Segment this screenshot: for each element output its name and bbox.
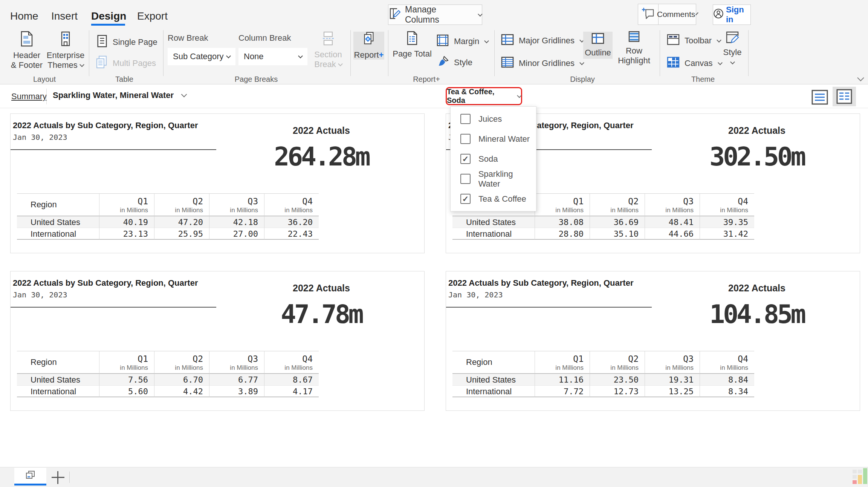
single-page-label: Single Page xyxy=(113,37,157,47)
add-page-icon[interactable] xyxy=(52,471,64,484)
menu-home[interactable]: Home xyxy=(10,10,38,22)
single-column-view-button[interactable] xyxy=(811,90,828,106)
checkbox[interactable] xyxy=(460,134,471,144)
chevron-down-icon xyxy=(517,93,522,98)
page-tab-active[interactable] xyxy=(14,468,46,484)
toolbar-divider xyxy=(46,89,47,104)
column-header-q3: Q3in Millions xyxy=(645,351,700,374)
toolbar-icon xyxy=(667,34,680,47)
row-break-select[interactable]: Sub Category xyxy=(168,48,235,65)
summary-link[interactable]: Summary xyxy=(11,92,47,101)
column-header-q1: Q1in Millions xyxy=(99,351,154,374)
style-button[interactable]: Style xyxy=(437,55,472,70)
manage-columns-button[interactable]: Manage Columns xyxy=(388,5,482,25)
row-label: United States xyxy=(17,374,99,386)
card-title: 2022 Actuals by Sub Category, Region, Qu… xyxy=(13,278,198,288)
row-highlight-label: Row xyxy=(626,46,642,56)
cell-value: 36.20 xyxy=(264,216,319,228)
cell-value: 31.42 xyxy=(700,228,754,240)
highlighted-filter-label: Tea & Coffee, Soda xyxy=(447,87,513,105)
major-gridlines-button[interactable]: Major Gridlines xyxy=(501,34,584,47)
cell-value: 5.60 xyxy=(99,386,154,397)
cell-value: 8.67 xyxy=(264,374,319,386)
two-column-view-button[interactable] xyxy=(833,87,856,106)
multi-pages-icon xyxy=(95,55,108,72)
page-total-button[interactable]: Page Total xyxy=(393,31,432,59)
kpi-value: 104.85m xyxy=(653,299,860,329)
column-header-q1: Q1in Millions xyxy=(99,194,154,216)
cell-value: 25.95 xyxy=(154,228,209,240)
kpi-label: 2022 Actuals xyxy=(653,283,860,294)
cell-value: 39.35 xyxy=(700,216,754,228)
dropdown-item-tea-coffee[interactable]: ✓ Tea & Coffee xyxy=(451,189,536,209)
header-footer-button[interactable]: Header & Footer xyxy=(8,31,45,70)
margin-button[interactable]: Margin xyxy=(436,34,488,49)
chevron-down-icon xyxy=(298,54,303,58)
single-page-button[interactable]: Single Page xyxy=(96,35,157,50)
cell-value: 8.34 xyxy=(700,386,754,397)
page-bar xyxy=(0,467,868,487)
cell-value: 4.17 xyxy=(264,386,319,397)
cell-value: 19.31 xyxy=(645,374,700,386)
comments-button[interactable]: Comments xyxy=(658,4,696,25)
row-break-label: Row Break xyxy=(168,33,208,43)
cell-value: 12.73 xyxy=(590,386,645,397)
dropdown-item-label: Mineral Water xyxy=(478,134,530,144)
canvas-theme-button[interactable]: Canvas xyxy=(667,57,722,70)
checkbox-checked[interactable]: ✓ xyxy=(460,194,471,204)
kpi-label: 2022 Actuals xyxy=(653,125,860,136)
checkbox-checked[interactable]: ✓ xyxy=(460,154,471,164)
minor-gridlines-button[interactable]: Minor Gridlines xyxy=(501,57,584,70)
theme-style-button[interactable]: Style xyxy=(719,31,746,64)
sign-in-button[interactable]: Sign in xyxy=(713,5,751,25)
cell-value: 47.20 xyxy=(154,216,209,228)
column-break-select[interactable]: None xyxy=(238,48,307,65)
cell-value: 38.08 xyxy=(535,216,590,228)
add-comment-button[interactable] xyxy=(638,4,659,25)
column-header-q4: Q4in Millions xyxy=(700,351,754,374)
column-header-region: Region xyxy=(17,194,99,216)
chevron-down-icon xyxy=(338,61,343,66)
dropdown-item-soda[interactable]: ✓ Soda xyxy=(451,149,536,169)
group-label-display: Display xyxy=(552,75,613,84)
menu-insert[interactable]: Insert xyxy=(51,10,78,22)
group-separator xyxy=(350,30,351,76)
checkbox[interactable] xyxy=(460,174,471,184)
kpi-label: 2022 Actuals xyxy=(218,125,425,136)
kpi-label: 2022 Actuals xyxy=(218,283,425,294)
header-footer-icon xyxy=(20,31,33,51)
row-highlight-button[interactable]: Row Highlight xyxy=(616,31,652,66)
page-total-label: Page Total xyxy=(393,49,432,59)
report-plus-label-plus: + xyxy=(379,50,384,60)
outline-button[interactable]: Outline xyxy=(583,32,613,59)
dropdown-item-juices[interactable]: Juices xyxy=(451,109,536,129)
group-separator xyxy=(163,30,164,76)
dropdown-item-mineral-water[interactable]: Mineral Water xyxy=(451,129,536,149)
cell-value: 42.18 xyxy=(209,216,264,228)
card-date: Jan 30, 2023 xyxy=(13,290,67,299)
column-header-region: Region xyxy=(452,351,535,374)
row-label: International xyxy=(452,228,535,240)
menu-export[interactable]: Export xyxy=(137,10,168,22)
comments-label: Comments xyxy=(657,10,695,19)
comment-add-icon xyxy=(641,6,656,22)
section-break-label2: Break xyxy=(314,60,336,69)
outline-icon xyxy=(591,33,604,48)
cell-value: 7.72 xyxy=(535,386,590,397)
column-header-q2: Q2in Millions xyxy=(590,194,645,216)
primary-filter-dropdown[interactable]: Sparkling Water, Mineral Water xyxy=(53,90,186,100)
row-break-value: Sub Category xyxy=(173,52,224,61)
ribbon: Home Insert Design Export Manage Columns… xyxy=(0,0,868,84)
manage-columns-icon xyxy=(388,7,400,22)
menu-design[interactable]: Design xyxy=(91,10,126,22)
enterprise-themes-button[interactable]: Enterprise Themes xyxy=(45,31,86,70)
card-title: 2022 Actuals by Sub Category, Region, Qu… xyxy=(448,278,633,288)
toolbar-theme-button[interactable]: Toolbar xyxy=(667,34,721,47)
collapse-ribbon-icon[interactable] xyxy=(857,74,864,81)
dropdown-item-label: Sparkling Water xyxy=(478,169,536,189)
report-plus-button[interactable]: Report+ xyxy=(353,32,384,60)
highlighted-filter-dropdown[interactable]: Tea & Coffee, Soda xyxy=(446,87,522,105)
enterprise-themes-label: Enterprise xyxy=(47,51,84,60)
checkbox[interactable] xyxy=(460,114,471,124)
dropdown-item-sparkling-water[interactable]: Sparkling Water xyxy=(451,169,536,189)
